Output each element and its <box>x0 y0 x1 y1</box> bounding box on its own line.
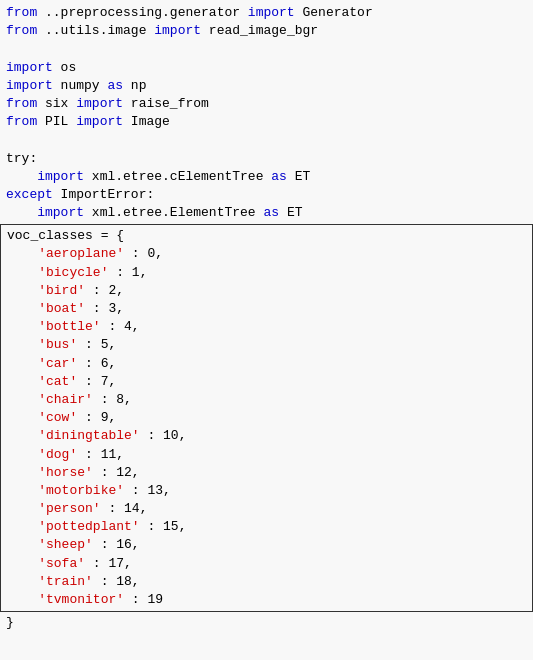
dict-entry-line: 'bottle' : 4, <box>1 318 532 336</box>
bottom-lines: } def _findNode(parent, name, debug_name… <box>0 614 533 660</box>
dict-entry-line: 'cat' : 7, <box>1 373 532 391</box>
dict-entry-line: 'aeroplane' : 0, <box>1 245 532 263</box>
dict-entry-line: 'bus' : 5, <box>1 336 532 354</box>
dict-entry-line: 'boat' : 3, <box>1 300 532 318</box>
code-container: from ..preprocessing.generator import Ge… <box>0 0 533 660</box>
code-line: from six import raise_from <box>0 95 533 113</box>
code-line: try: <box>0 150 533 168</box>
dict-entry-line: 'diningtable' : 10, <box>1 427 532 445</box>
code-line <box>0 40 533 58</box>
code-line <box>0 131 533 149</box>
dict-entry-line: 'motorbike' : 13, <box>1 482 532 500</box>
dict-entry-line: 'tvmonitor' : 19 <box>1 591 532 609</box>
dict-entry-line: 'person' : 14, <box>1 500 532 518</box>
code-line: from ..utils.image import read_image_bgr <box>0 22 533 40</box>
page-wrapper: from ..preprocessing.generator import Ge… <box>0 0 533 660</box>
dict-header-line: voc_classes = { <box>1 227 532 245</box>
dict-lines: voc_classes = { 'aeroplane' : 0, 'bicycl… <box>1 227 532 609</box>
code-line: import os <box>0 59 533 77</box>
code-line <box>0 632 533 650</box>
dict-entry-line: 'cow' : 9, <box>1 409 532 427</box>
code-line: except ImportError: <box>0 186 533 204</box>
dict-entry-line: 'bird' : 2, <box>1 282 532 300</box>
dict-entry-line: 'car' : 6, <box>1 355 532 373</box>
dict-entry-line: 'horse' : 12, <box>1 464 532 482</box>
code-line: } <box>0 614 533 632</box>
code-line: from ..preprocessing.generator import Ge… <box>0 4 533 22</box>
dict-entry-line: 'sofa' : 17, <box>1 555 532 573</box>
dict-box: voc_classes = { 'aeroplane' : 0, 'bicycl… <box>0 224 533 612</box>
code-line: import xml.etree.cElementTree as ET <box>0 168 533 186</box>
dict-entry-line: 'dog' : 11, <box>1 446 532 464</box>
dict-entry-line: 'pottedplant' : 15, <box>1 518 532 536</box>
code-line: from PIL import Image <box>0 113 533 131</box>
dict-entry-line: 'sheep' : 16, <box>1 536 532 554</box>
dict-entry-line: 'train' : 18, <box>1 573 532 591</box>
dict-entry-line: 'bicycle' : 1, <box>1 264 532 282</box>
code-line <box>0 651 533 660</box>
code-line: import xml.etree.ElementTree as ET <box>0 204 533 222</box>
top-lines: from ..preprocessing.generator import Ge… <box>0 4 533 222</box>
dict-entry-line: 'chair' : 8, <box>1 391 532 409</box>
code-line: import numpy as np <box>0 77 533 95</box>
